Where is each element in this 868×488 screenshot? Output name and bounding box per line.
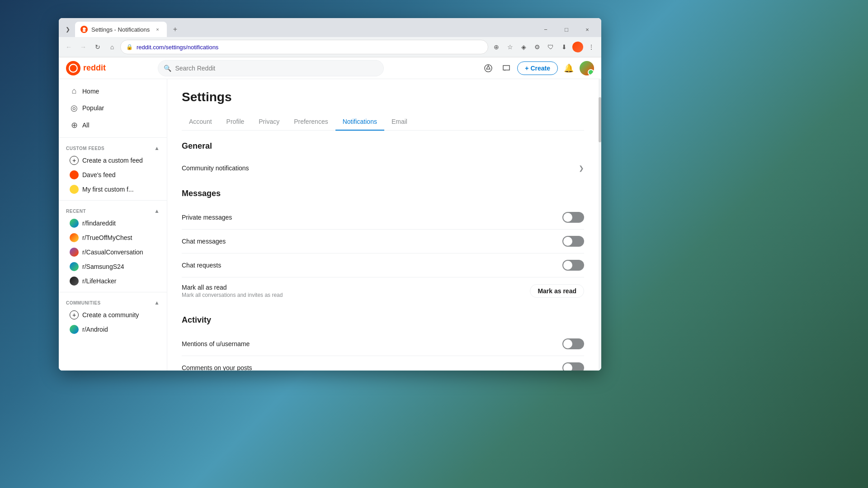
back-button[interactable]: ← — [62, 41, 75, 53]
reddit-logo[interactable]: reddit — [66, 61, 106, 75]
maximize-button[interactable]: □ — [556, 22, 577, 37]
chat-messages-toggle[interactable] — [562, 236, 584, 247]
sidebar-item-trueoffmychest[interactable]: r/TrueOffMyChest — [62, 230, 163, 245]
svg-point-1 — [82, 30, 85, 32]
custom-feeds-section-header: CUSTOM FEEDS ▲ — [59, 141, 167, 153]
custom-feeds-toggle[interactable]: ▲ — [154, 145, 160, 151]
my-first-custom-name: My first custom f... — [82, 186, 147, 193]
sidebar-item-my-first-custom[interactable]: My first custom f... ☆ — [62, 182, 163, 197]
community-notifications-row[interactable]: Community notifications ❯ — [182, 158, 584, 178]
sidebar-item-home[interactable]: ⌂ Home — [62, 83, 163, 99]
browser-chrome: ❯ Settings - Notifications × + − □ × ← →… — [59, 18, 601, 57]
header-actions: + Create 🔔 — [481, 61, 594, 75]
tab-notifications[interactable]: Notifications — [335, 113, 384, 131]
tab-close-button[interactable]: × — [153, 25, 161, 33]
private-messages-toggle-thumb — [563, 213, 572, 222]
tab-chevron[interactable]: ❯ — [62, 24, 73, 35]
sidebar-item-all[interactable]: ⊕ All — [62, 117, 163, 134]
communities-section-header: COMMUNITIES ▲ — [59, 296, 167, 308]
sidebar-item-daves-feed[interactable]: Dave's feed ☆ — [62, 168, 163, 182]
activity-section-title: Activity — [182, 315, 584, 325]
mentions-toggle[interactable] — [562, 338, 584, 349]
create-button[interactable]: + Create — [517, 61, 558, 75]
sidebar-item-findareddit[interactable]: r/findareddit — [62, 216, 163, 230]
android-avatar — [70, 325, 79, 334]
search-bar[interactable]: 🔍 — [158, 60, 384, 76]
comments-on-posts-toggle[interactable] — [562, 362, 584, 371]
comments-on-posts-toggle-thumb — [563, 363, 572, 371]
create-custom-feed-button[interactable]: + Create a custom feed — [62, 153, 163, 168]
all-icon: ⊕ — [70, 120, 79, 130]
tab-bar: ❯ Settings - Notifications × + − □ × — [59, 18, 601, 37]
refresh-button[interactable]: ↻ — [91, 41, 104, 53]
profile-icon[interactable] — [571, 41, 584, 53]
recent-toggle[interactable]: ▲ — [154, 208, 160, 214]
sidebar-item-popular[interactable]: ◎ Popular — [62, 99, 163, 117]
sidebar-label-popular: Popular — [82, 104, 104, 112]
plus-icon: + — [70, 156, 79, 165]
findareddit-name: r/findareddit — [82, 220, 156, 227]
mentions-label: Mentions of u/username — [182, 340, 250, 347]
recent-label: RECENT — [66, 209, 86, 214]
shield-icon[interactable]: 🛡 — [544, 41, 557, 53]
chat-messages-left: Chat messages — [182, 238, 226, 245]
communities-toggle[interactable]: ▲ — [154, 300, 160, 306]
create-community-label: Create a community — [82, 311, 139, 319]
tab-profile[interactable]: Profile — [219, 113, 252, 131]
private-messages-toggle[interactable] — [562, 212, 584, 223]
reddit-app: reddit 🔍 + Create 🔔 — [59, 57, 601, 371]
scrollbar-track[interactable] — [599, 79, 601, 371]
popular-icon: ◎ — [70, 103, 79, 113]
comments-on-posts-row: Comments on your posts — [182, 356, 584, 371]
home-icon: ⌂ — [70, 86, 79, 96]
mark-as-read-button[interactable]: Mark as read — [530, 284, 584, 298]
minimize-button[interactable]: − — [535, 22, 556, 37]
browser-content: reddit 🔍 + Create 🔔 — [59, 57, 601, 371]
android-name: r/Android — [82, 326, 147, 333]
general-section: General Community notifications ❯ — [182, 141, 584, 178]
mark-all-as-read-label: Mark all as read — [182, 284, 283, 291]
notification-button[interactable]: 🔔 — [561, 61, 576, 75]
create-community-button[interactable]: + Create a community — [62, 308, 163, 322]
private-messages-left: Private messages — [182, 214, 232, 221]
karma-icon[interactable] — [481, 61, 495, 75]
extensions-icon[interactable]: ◈ — [517, 41, 530, 53]
sidebar-item-samsungs24[interactable]: r/SamsungS24 — [62, 259, 163, 274]
sidebar-item-casualconversation[interactable]: r/CasualConversation — [62, 245, 163, 259]
screen-reader-icon[interactable]: ⊕ — [490, 41, 503, 53]
scrollbar-thumb[interactable] — [599, 97, 601, 142]
settings-tabs: Account Profile Privacy Preferences Noti… — [182, 113, 584, 131]
close-button[interactable]: × — [577, 22, 598, 37]
active-tab[interactable]: Settings - Notifications × — [75, 22, 167, 37]
tab-privacy[interactable]: Privacy — [251, 113, 287, 131]
home-button[interactable]: ⌂ — [106, 41, 118, 53]
samsungs24-name: r/SamsungS24 — [82, 263, 156, 270]
general-section-title: General — [182, 141, 584, 151]
download-icon[interactable]: ⬇ — [558, 41, 571, 53]
sidebar-item-lifehacker[interactable]: r/LifeHacker — [62, 274, 163, 288]
tab-account[interactable]: Account — [182, 113, 219, 131]
chat-requests-left: Chat requests — [182, 262, 221, 269]
tab-preferences[interactable]: Preferences — [287, 113, 335, 131]
new-tab-button[interactable]: + — [169, 23, 181, 36]
browser-settings-icon[interactable]: ⚙ — [531, 41, 543, 53]
address-text: reddit.com/settings/notifications — [137, 44, 482, 51]
casualconversation-name: r/CasualConversation — [82, 249, 156, 256]
address-bar[interactable]: 🔒 reddit.com/settings/notifications — [120, 40, 488, 54]
create-button-label: + Create — [525, 65, 550, 72]
recent-section-header: RECENT ▲ — [59, 204, 167, 216]
search-input[interactable] — [175, 65, 378, 72]
window-controls: − □ × — [535, 22, 598, 37]
tab-email[interactable]: Email — [384, 113, 415, 131]
community-notifications-left: Community notifications — [182, 164, 249, 172]
chat-requests-toggle[interactable] — [562, 260, 584, 271]
sidebar-label-home: Home — [82, 88, 99, 95]
menu-icon[interactable]: ⋮ — [585, 41, 598, 53]
trueoffmychest-name: r/TrueOffMyChest — [82, 234, 156, 241]
trueoffmychest-avatar — [70, 233, 79, 242]
chat-icon[interactable] — [499, 61, 514, 75]
bookmark-icon[interactable]: ☆ — [504, 41, 516, 53]
forward-button[interactable]: → — [77, 41, 90, 53]
sidebar-item-android[interactable]: r/Android ☆ — [62, 322, 163, 337]
user-avatar[interactable] — [580, 61, 594, 75]
